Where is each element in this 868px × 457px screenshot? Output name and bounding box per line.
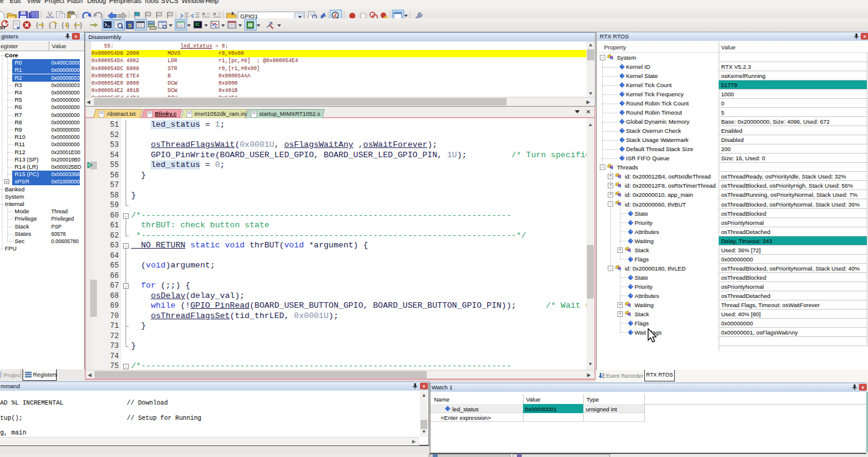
svg-text:{: { bbox=[62, 21, 64, 29]
svg-text:S: S bbox=[128, 23, 132, 29]
svg-text:{: { bbox=[49, 21, 51, 29]
svg-text:ST: ST bbox=[0, 26, 6, 30]
svg-text:d: d bbox=[333, 12, 336, 18]
svg-text:}: } bbox=[80, 21, 82, 29]
svg-text:{: { bbox=[36, 21, 38, 29]
